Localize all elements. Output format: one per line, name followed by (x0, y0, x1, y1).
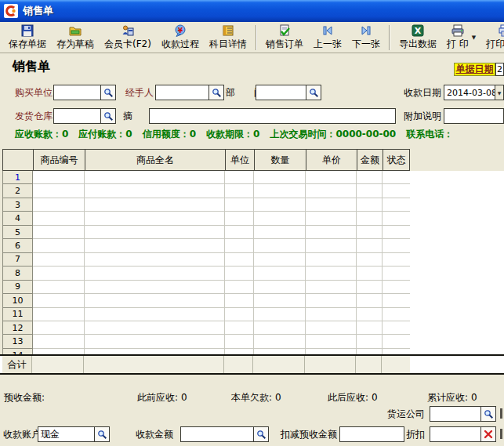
table-cell[interactable] (357, 171, 383, 184)
table-cell[interactable] (383, 184, 410, 198)
table-row[interactable]: 9 (3, 281, 410, 294)
table-cell[interactable] (33, 321, 85, 335)
table-cell[interactable] (225, 294, 254, 307)
table-cell[interactable] (85, 267, 225, 280)
save-document-button[interactable]: 保存单据 (5, 24, 50, 52)
table-row[interactable]: 14 (3, 349, 410, 354)
table-cell[interactable] (254, 226, 306, 239)
table-cell[interactable] (383, 253, 410, 267)
table-cell[interactable] (85, 335, 225, 348)
sales-order-button[interactable]: 销售订单 (262, 24, 307, 52)
table-cell[interactable] (85, 321, 225, 335)
table-cell[interactable] (254, 253, 306, 267)
table-row[interactable]: 2 (3, 184, 410, 198)
table-row[interactable]: 7 (3, 253, 410, 267)
print-dropdown-arrow-icon[interactable]: ▼ (472, 34, 476, 41)
table-cell[interactable] (225, 321, 254, 335)
table-cell[interactable] (33, 308, 85, 321)
deduct-prepaid-field[interactable] (339, 426, 404, 442)
payment-process-button[interactable]: ¥ 收款过程 (158, 24, 203, 52)
table-cell[interactable] (85, 349, 225, 354)
discount-clear-button[interactable] (480, 427, 495, 441)
department-search-button[interactable] (306, 85, 321, 100)
member-card-button[interactable]: 会员卡(F2) (100, 24, 155, 52)
table-cell[interactable] (33, 198, 85, 212)
table-cell[interactable] (306, 294, 357, 307)
table-cell[interactable] (357, 253, 383, 267)
table-cell[interactable] (33, 184, 85, 198)
warehouse-field[interactable] (53, 108, 116, 124)
table-cell[interactable] (254, 308, 306, 321)
table-cell[interactable] (383, 239, 410, 252)
warehouse-search-button[interactable] (100, 109, 115, 123)
table-row[interactable]: 3 (3, 198, 410, 212)
table-cell[interactable] (383, 294, 410, 307)
table-cell[interactable] (306, 308, 357, 321)
table-cell[interactable] (357, 335, 383, 348)
table-cell[interactable] (33, 253, 85, 267)
table-cell[interactable] (254, 212, 306, 225)
discount-field[interactable] (430, 426, 496, 442)
table-cell[interactable] (357, 184, 383, 198)
table-cell[interactable] (306, 184, 357, 198)
table-cell[interactable] (225, 349, 254, 354)
table-cell[interactable] (85, 253, 225, 267)
table-cell[interactable] (254, 281, 306, 294)
table-cell[interactable] (357, 212, 383, 225)
table-cell[interactable] (85, 239, 225, 252)
extra-note-field[interactable] (444, 108, 504, 124)
print-style-button[interactable]: 打印样式 (482, 24, 504, 52)
buyer-field[interactable] (53, 85, 116, 100)
table-cell[interactable] (225, 198, 254, 212)
table-cell[interactable] (306, 267, 357, 280)
table-cell[interactable] (383, 308, 410, 321)
amount-search-button[interactable] (253, 427, 268, 441)
handler-field[interactable] (155, 85, 224, 100)
table-cell[interactable] (383, 171, 410, 184)
table-cell[interactable] (383, 267, 410, 280)
table-cell[interactable] (383, 335, 410, 348)
table-cell[interactable] (85, 171, 225, 184)
table-cell[interactable] (225, 335, 254, 348)
table-cell[interactable] (383, 349, 410, 354)
table-cell[interactable] (357, 226, 383, 239)
table-cell[interactable] (357, 281, 383, 294)
table-cell[interactable] (357, 294, 383, 307)
table-cell[interactable] (306, 253, 357, 267)
summary-field[interactable] (149, 108, 396, 124)
table-cell[interactable] (33, 281, 85, 294)
table-cell[interactable] (254, 335, 306, 348)
table-cell[interactable] (33, 294, 85, 307)
receipt-date-dropdown-button[interactable]: ▼ (495, 85, 503, 100)
table-cell[interactable] (357, 321, 383, 335)
receipt-date-field[interactable]: 2014-03-08 ▼ (444, 85, 504, 100)
table-cell[interactable] (85, 308, 225, 321)
buyer-search-button[interactable] (100, 85, 115, 100)
table-row[interactable]: 5 (3, 226, 410, 239)
table-cell[interactable] (85, 212, 225, 225)
account-search-button[interactable] (94, 427, 109, 441)
table-row[interactable]: 12 (3, 321, 410, 335)
table-cell[interactable] (383, 212, 410, 225)
table-cell[interactable] (254, 349, 306, 354)
table-cell[interactable] (33, 171, 85, 184)
receipt-account-field[interactable]: 现金 (38, 426, 110, 442)
table-cell[interactable] (85, 294, 225, 307)
table-row[interactable]: 6 (3, 239, 410, 252)
receipt-amount-field[interactable] (180, 426, 269, 442)
table-cell[interactable] (33, 239, 85, 252)
table-cell[interactable] (225, 212, 254, 225)
table-cell[interactable] (306, 321, 357, 335)
print-button[interactable]: 打 印 ▼ (443, 24, 480, 52)
table-cell[interactable] (306, 171, 357, 184)
table-cell[interactable] (225, 253, 254, 267)
table-cell[interactable] (383, 281, 410, 294)
table-cell[interactable] (85, 198, 225, 212)
table-row[interactable]: 13 (3, 335, 410, 348)
table-cell[interactable] (306, 335, 357, 348)
table-cell[interactable] (306, 226, 357, 239)
table-cell[interactable] (33, 335, 85, 348)
table-cell[interactable] (306, 349, 357, 354)
table-cell[interactable] (225, 171, 254, 184)
table-cell[interactable] (85, 226, 225, 239)
